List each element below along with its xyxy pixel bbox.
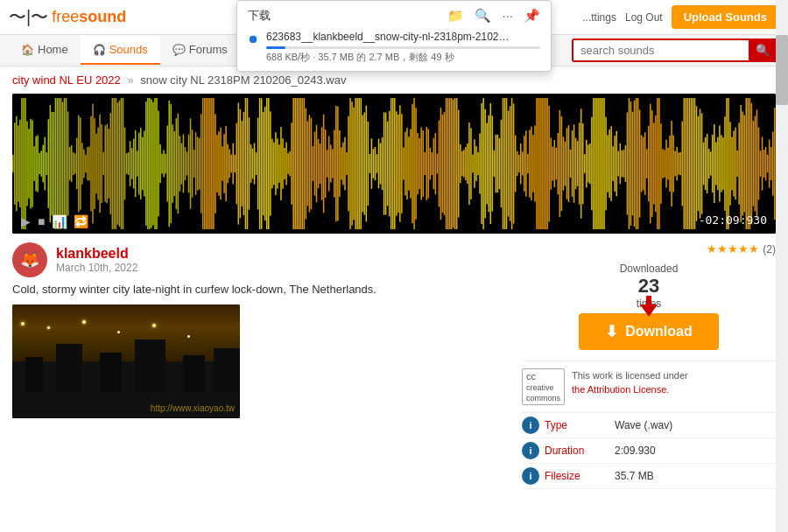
svg-rect-265 bbox=[481, 103, 482, 224]
svg-rect-25 bbox=[55, 98, 57, 229]
svg-rect-104 bbox=[195, 132, 197, 195]
svg-rect-32 bbox=[67, 111, 69, 215]
svg-rect-92 bbox=[174, 131, 176, 196]
svg-rect-6 bbox=[21, 98, 23, 229]
scrollbar-thumb[interactable] bbox=[776, 35, 788, 105]
logout-link[interactable]: Log Out bbox=[625, 11, 663, 24]
svg-rect-348 bbox=[629, 98, 630, 229]
svg-rect-329 bbox=[595, 98, 596, 229]
svg-rect-19 bbox=[45, 137, 46, 191]
svg-rect-195 bbox=[356, 98, 358, 229]
stop-button[interactable]: ■ bbox=[38, 214, 45, 228]
svg-rect-411 bbox=[740, 105, 742, 222]
svg-rect-143 bbox=[264, 107, 266, 220]
breadcrumb-parent[interactable]: city wind NL EU 2022 bbox=[12, 74, 121, 87]
search-input[interactable] bbox=[573, 40, 749, 60]
svg-rect-77 bbox=[147, 98, 149, 229]
svg-rect-150 bbox=[277, 138, 278, 188]
meta-row: i Duration 2:09.930 bbox=[522, 438, 776, 464]
svg-rect-402 bbox=[724, 116, 726, 211]
svg-rect-128 bbox=[238, 102, 240, 224]
svg-rect-371 bbox=[669, 136, 671, 192]
svg-rect-216 bbox=[394, 98, 396, 229]
svg-rect-318 bbox=[575, 138, 577, 190]
meta-info-icon: i bbox=[522, 416, 539, 434]
svg-rect-323 bbox=[584, 154, 586, 172]
svg-rect-186 bbox=[341, 147, 342, 179]
svg-rect-358 bbox=[646, 149, 648, 178]
svg-rect-153 bbox=[282, 138, 284, 188]
chat-icon: 💬 bbox=[172, 44, 186, 56]
svg-rect-68 bbox=[131, 148, 133, 179]
svg-rect-386 bbox=[696, 106, 698, 221]
download-radio: ⏺ bbox=[248, 32, 259, 46]
svg-rect-270 bbox=[490, 103, 492, 224]
svg-rect-399 bbox=[719, 126, 721, 202]
play-button[interactable]: ▶ bbox=[21, 214, 31, 228]
svg-rect-59 bbox=[116, 98, 117, 229]
svg-rect-130 bbox=[242, 121, 243, 206]
svg-rect-219 bbox=[399, 105, 401, 221]
svg-rect-238 bbox=[433, 138, 435, 190]
nav-left: 🏠 Home 🎧 Sounds 💬 Forums bbox=[9, 36, 240, 65]
loop-button[interactable]: 🔁 bbox=[74, 214, 88, 228]
svg-rect-165 bbox=[304, 98, 306, 229]
search-button[interactable]: 🔍 bbox=[749, 40, 777, 60]
svg-rect-341 bbox=[616, 131, 617, 197]
user-row: 🦊 klankbeeld March 10th, 2022 bbox=[12, 242, 510, 277]
svg-rect-157 bbox=[289, 151, 291, 177]
meta-info-icon: i bbox=[522, 467, 539, 485]
search-icon[interactable]: 🔍 bbox=[475, 8, 491, 24]
meta-key: Type bbox=[545, 419, 615, 431]
license-link[interactable]: the Attribution License. bbox=[572, 384, 669, 395]
svg-rect-332 bbox=[600, 98, 602, 229]
svg-rect-429 bbox=[772, 131, 774, 195]
svg-rect-384 bbox=[693, 98, 694, 229]
svg-rect-57 bbox=[112, 98, 114, 229]
svg-rect-420 bbox=[756, 109, 758, 217]
svg-rect-200 bbox=[366, 106, 368, 222]
svg-rect-228 bbox=[415, 108, 417, 220]
user-name[interactable]: klankbeeld bbox=[56, 246, 137, 262]
svg-rect-224 bbox=[408, 136, 410, 190]
nav-home[interactable]: 🏠 Home bbox=[9, 36, 81, 65]
svg-rect-82 bbox=[156, 98, 158, 229]
svg-rect-95 bbox=[179, 136, 181, 191]
svg-rect-360 bbox=[650, 104, 651, 224]
svg-rect-252 bbox=[458, 110, 460, 218]
svg-rect-374 bbox=[674, 151, 676, 177]
svg-rect-172 bbox=[316, 125, 318, 202]
svg-rect-405 bbox=[729, 122, 731, 205]
svg-rect-309 bbox=[559, 110, 561, 217]
svg-rect-357 bbox=[644, 132, 646, 195]
svg-rect-169 bbox=[311, 118, 313, 209]
download-button[interactable]: ⬇ Download bbox=[579, 313, 718, 350]
svg-rect-182 bbox=[334, 130, 335, 197]
svg-rect-154 bbox=[284, 148, 285, 179]
meta-key: Duration bbox=[545, 444, 615, 457]
svg-rect-133 bbox=[247, 98, 249, 229]
svg-rect-190 bbox=[348, 116, 349, 212]
svg-rect-43 bbox=[87, 147, 88, 180]
upload-sounds-button[interactable]: Upload Sounds bbox=[672, 5, 779, 29]
more-icon[interactable]: ··· bbox=[502, 8, 513, 24]
pin-icon[interactable]: 📌 bbox=[524, 8, 540, 24]
waveform-view-button[interactable]: 📊 bbox=[52, 214, 67, 228]
waveform-container[interactable]: ▶ ■ 📊 🔁 -02:09:930 bbox=[12, 94, 776, 234]
folder-icon[interactable]: 📁 bbox=[447, 8, 464, 24]
settings-link[interactable]: ...ttings bbox=[582, 11, 616, 24]
svg-rect-412 bbox=[742, 111, 743, 215]
download-number: 23 bbox=[522, 275, 776, 298]
svg-rect-124 bbox=[230, 155, 232, 173]
scrollbar[interactable] bbox=[776, 0, 788, 532]
logo: 〜|〜 freesound bbox=[0, 1, 135, 33]
svg-rect-142 bbox=[263, 112, 264, 215]
svg-rect-285 bbox=[517, 151, 518, 176]
svg-rect-164 bbox=[302, 98, 304, 229]
nav-sounds[interactable]: 🎧 Sounds bbox=[81, 36, 160, 65]
nav-forums[interactable]: 💬 Forums bbox=[160, 36, 240, 65]
svg-rect-40 bbox=[81, 143, 83, 184]
svg-rect-261 bbox=[474, 139, 475, 187]
svg-rect-330 bbox=[596, 98, 598, 229]
svg-rect-288 bbox=[522, 151, 524, 175]
